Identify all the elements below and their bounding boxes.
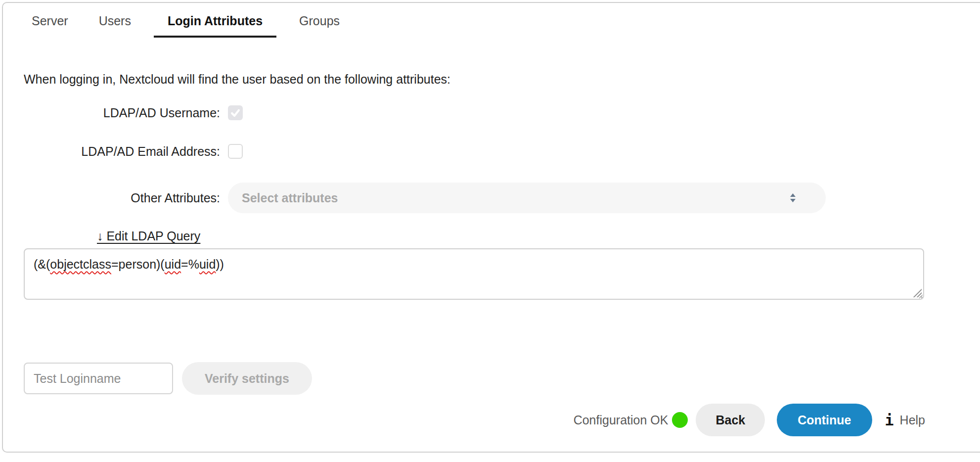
wizard-footer: Configuration OK Back Continue i Help [24,404,925,436]
email-label: LDAP/AD Email Address: [24,144,220,159]
query-text-segment: =% [181,257,199,271]
username-attribute-row: LDAP/AD Username: [24,105,925,120]
test-loginname-input[interactable] [24,363,173,394]
attributes-multiselect[interactable]: Select attributes [228,183,826,213]
status-ok-indicator [672,412,688,428]
intro-text: When logging in, Nextcloud will find the… [24,72,925,87]
ldap-wizard-card: ServerUsersLogin AttributesGroups When l… [2,2,980,453]
configuration-status-text: Configuration OK [574,413,668,427]
help-link[interactable]: i Help [885,412,925,429]
tab-bar: ServerUsersLogin AttributesGroups [24,3,925,38]
query-text-segment: uid [199,257,216,271]
info-icon: i [885,412,894,429]
updown-arrows-icon [789,192,797,203]
tab[interactable]: Login Attributes [154,14,276,38]
query-text-segment: objectclass [50,257,111,271]
edit-ldap-query-toggle[interactable]: ↓ Edit LDAP Query [97,229,200,243]
tab[interactable]: Users [91,14,139,38]
email-checkbox[interactable] [228,144,243,159]
email-attribute-row: LDAP/AD Email Address: [24,144,925,159]
back-button[interactable]: Back [696,404,765,436]
query-text-segment: )) [216,257,224,271]
ldap-query-textarea[interactable]: (&(objectclass=person)(uid=%uid)) [24,248,924,300]
username-label: LDAP/AD Username: [24,106,220,120]
tab[interactable]: Server [24,14,76,38]
test-login-row: Verify settings [24,362,925,395]
multiselect-placeholder: Select attributes [242,191,338,205]
query-text-segment: =person)( [111,257,165,271]
help-label: Help [900,413,925,427]
other-attributes-row: Other Attributes: Select attributes [24,183,925,213]
continue-button[interactable]: Continue [777,404,872,436]
username-checkbox[interactable] [228,105,243,120]
checkmark-icon [230,107,241,118]
query-text-segment: (&( [34,257,50,271]
query-text-segment: uid [165,257,181,271]
tab[interactable]: Groups [291,14,348,38]
other-attributes-label: Other Attributes: [24,191,220,205]
verify-settings-button[interactable]: Verify settings [182,362,312,395]
